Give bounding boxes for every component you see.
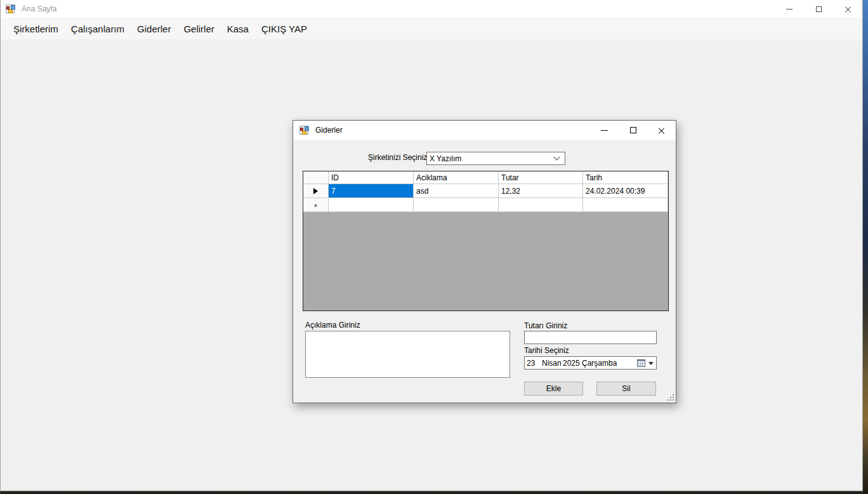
- grid-column-header-id[interactable]: ID: [329, 171, 414, 184]
- giderler-dialog: Giderler Şirketinizi Seçiniz X Yazılım I…: [293, 120, 676, 403]
- row-header-cell[interactable]: [303, 184, 329, 198]
- tarih-datepicker[interactable]: 23 Nisan 2025 Çarşamba: [524, 356, 657, 370]
- menu-item-gelirler[interactable]: Gelirler: [177, 20, 220, 38]
- menu-item-calisanlarim[interactable]: Çalışanlarım: [65, 20, 131, 38]
- datepicker-month[interactable]: Nisan: [542, 359, 562, 368]
- grid-column-header-tarih[interactable]: Tarih: [583, 171, 668, 184]
- dialog-title: Giderler: [315, 126, 343, 135]
- expenses-grid: ID Aciklama Tutar Tarih 7 asd 12,32 24.0…: [303, 171, 669, 311]
- ekle-button[interactable]: Ekle: [524, 382, 583, 396]
- minimize-icon: [786, 9, 792, 10]
- new-cell-tarih[interactable]: [583, 198, 668, 212]
- grid-column-header-tutar[interactable]: Tutar: [499, 171, 583, 184]
- tarih-label: Tarihi Seçiniz: [524, 346, 569, 355]
- main-window-controls: [775, 0, 862, 18]
- minimize-button[interactable]: [775, 0, 804, 18]
- cell-id[interactable]: 7: [329, 184, 414, 198]
- calendar-icon: [637, 359, 645, 367]
- cell-tutar[interactable]: 12,32: [499, 184, 583, 198]
- maximize-button[interactable]: [804, 0, 833, 18]
- maximize-icon: [630, 127, 636, 133]
- dialog-close-button[interactable]: [647, 121, 676, 140]
- dialog-icon-yellow-square: [302, 131, 306, 135]
- app-icon-yellow-square: [8, 10, 13, 13]
- new-cell-id[interactable]: [329, 198, 414, 212]
- new-cell-tutar[interactable]: [499, 198, 583, 212]
- tutar-input[interactable]: [524, 331, 657, 344]
- dialog-app-icon: [299, 125, 310, 135]
- chevron-down-icon: [554, 154, 560, 161]
- sil-button[interactable]: Sil: [596, 382, 656, 396]
- grid-corner-header[interactable]: [303, 171, 329, 184]
- table-row: 7 asd 12,32 24.02.2024 00:39: [303, 184, 668, 198]
- aciklama-label: Açıklama Giriniz: [305, 321, 360, 330]
- dialog-maximize-button[interactable]: [619, 121, 647, 140]
- new-row-asterisk-icon: *: [314, 204, 317, 210]
- grid-empty-area: [303, 212, 668, 310]
- company-select-label: Şirketinizi Seçiniz: [368, 153, 425, 162]
- minimize-icon: [601, 130, 608, 131]
- grid-header-row: ID Aciklama Tutar Tarih: [303, 171, 668, 184]
- aciklama-input[interactable]: [305, 331, 510, 378]
- tutar-label: Tutarı Giriniz: [524, 321, 567, 330]
- menu-item-cikis-yap[interactable]: ÇIKIŞ YAP: [255, 20, 313, 38]
- cell-tarih[interactable]: 24.02.2024 00:39: [583, 184, 668, 198]
- main-menubar: Şirketlerim Çalışanlarım Giderler Gelirl…: [1, 18, 862, 39]
- app-icon: [6, 4, 16, 14]
- resize-grip[interactable]: [667, 394, 674, 401]
- maximize-icon: [816, 6, 822, 12]
- company-select-value: X Yazılım: [430, 154, 461, 163]
- menu-item-kasa[interactable]: Kasa: [221, 20, 255, 38]
- close-button[interactable]: [833, 0, 862, 18]
- datepicker-year-weekday[interactable]: 2025 Çarşamba: [563, 359, 617, 368]
- menu-item-giderler[interactable]: Giderler: [131, 20, 177, 38]
- new-row-header-cell[interactable]: *: [303, 198, 329, 212]
- cell-aciklama[interactable]: asd: [414, 184, 499, 198]
- grid-column-header-aciklama[interactable]: Aciklama: [414, 171, 499, 184]
- dialog-titlebar[interactable]: Giderler: [293, 121, 676, 140]
- dialog-window-controls: [590, 121, 676, 140]
- app-icon-blue-square: [11, 5, 15, 10]
- dialog-icon-blue-square: [305, 126, 309, 131]
- new-cell-aciklama[interactable]: [414, 198, 499, 212]
- dialog-minimize-button[interactable]: [590, 121, 619, 140]
- current-row-triangle-icon: [313, 188, 318, 194]
- grid-new-row: *: [303, 198, 668, 212]
- dialog-body: Şirketinizi Seçiniz X Yazılım ID Aciklam…: [293, 140, 676, 403]
- main-window-title: Ana Sayfa: [22, 4, 56, 13]
- company-select-dropdown[interactable]: X Yazılım: [426, 152, 565, 165]
- menu-item-sirketlerim[interactable]: Şirketlerim: [7, 20, 65, 38]
- main-titlebar[interactable]: Ana Sayfa: [1, 0, 862, 18]
- close-icon: [658, 127, 665, 134]
- datepicker-day[interactable]: 23: [527, 359, 535, 368]
- close-icon: [845, 6, 852, 13]
- dropdown-arrow-icon[interactable]: [648, 362, 654, 365]
